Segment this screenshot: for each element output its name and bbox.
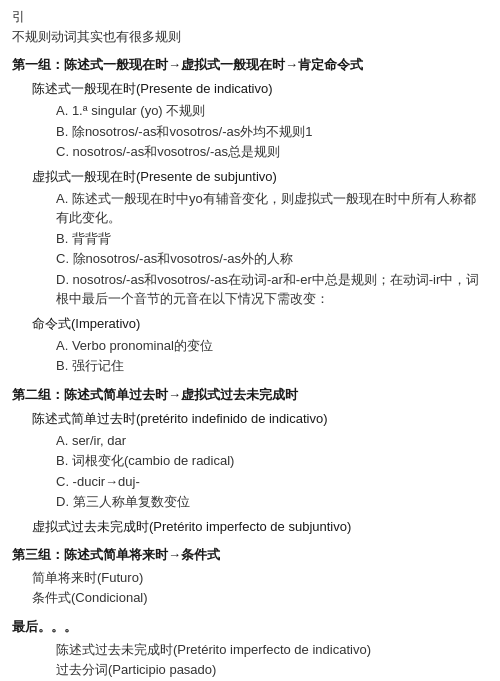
list-item: 简单将来时(Futuro): [32, 568, 488, 588]
last-section: 最后。。。 陈述式过去未完成时(Pretérito imperfecto de …: [12, 618, 488, 682]
group3-header: 第三组：陈述式简单将来时→条件式: [12, 546, 488, 564]
list-item: C. -ducir→duj-: [56, 472, 488, 492]
group2-sub1-header: 陈述式简单过去时(pretérito indefinido de indicat…: [32, 410, 488, 428]
list-item: D. 第三人称单复数变位: [56, 492, 488, 512]
list-item: A. 1.ª singular (yo) 不规则: [56, 101, 488, 121]
intro-line1: 引: [12, 8, 488, 26]
last-header: 最后。。。: [12, 618, 488, 636]
list-item: A. 陈述式一般现在时中yo有辅音变化，则虚拟式一般现在时中所有人称都有此变化。: [56, 189, 488, 228]
list-item: B. 背背背: [56, 229, 488, 249]
list-item: 过去分词(Participio pasado): [56, 660, 488, 680]
list-item: A. Verbo pronominal的变位: [56, 336, 488, 356]
list-item: C. 除nosotros/-as和vosotros/-as外的人称: [56, 249, 488, 269]
group1-sub3-header: 命令式(Imperativo): [32, 315, 488, 333]
list-item: B. 强行记住: [56, 356, 488, 376]
list-item: B. 除nosotros/-as和vosotros/-as外均不规则1: [56, 122, 488, 142]
list-item: C. nosotros/-as和vosotros/-as总是规则: [56, 142, 488, 162]
group2-sub2-header: 虚拟式过去未完成时(Pretérito imperfecto de subjun…: [32, 518, 488, 536]
intro-section: 引 不规则动词其实也有很多规则: [12, 8, 488, 46]
group1-section: 第一组：陈述式一般现在时→虚拟式一般现在时→肯定命令式 陈述式一般现在时(Pre…: [12, 56, 488, 376]
list-item: 陈述式过去未完成时(Pretérito imperfecto de indica…: [56, 640, 488, 660]
list-item: 条件式(Condicional): [32, 588, 488, 608]
group2-section: 第二组：陈述式简单过去时→虚拟式过去未完成时 陈述式简单过去时(pretérit…: [12, 386, 488, 536]
group1-sub2-header: 虚拟式一般现在时(Presente de subjuntivo): [32, 168, 488, 186]
group3-section: 第三组：陈述式简单将来时→条件式 简单将来时(Futuro) 条件式(Condi…: [12, 546, 488, 608]
intro-line2: 不规则动词其实也有很多规则: [12, 28, 488, 46]
group1-sub1-header: 陈述式一般现在时(Presente de indicativo): [32, 80, 488, 98]
group2-header: 第二组：陈述式简单过去时→虚拟式过去未完成时: [12, 386, 488, 404]
group1-header: 第一组：陈述式一般现在时→虚拟式一般现在时→肯定命令式: [12, 56, 488, 74]
list-item: D. nosotros/-as和vosotros/-as在动词-ar和-er中总…: [56, 270, 488, 309]
list-item: B. 词根变化(cambio de radical): [56, 451, 488, 471]
list-item: A. ser/ir, dar: [56, 431, 488, 451]
